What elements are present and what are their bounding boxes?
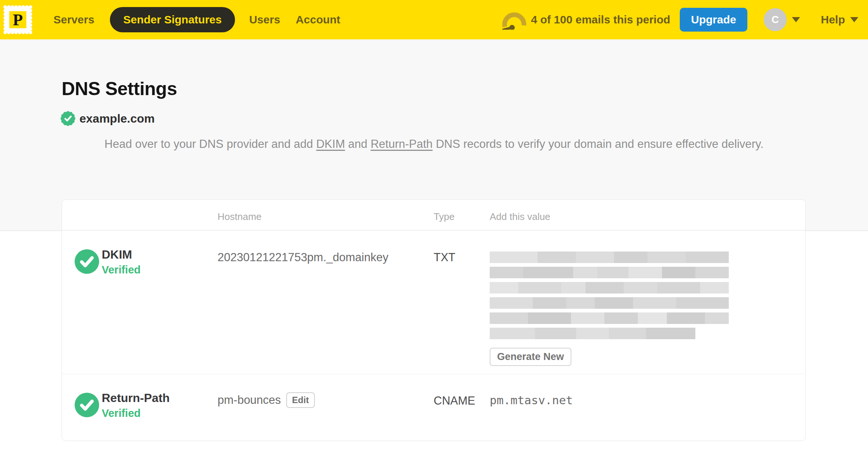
dkim-record-type: TXT (434, 251, 456, 264)
page-title: DNS Settings (62, 78, 177, 100)
intro-part3: DNS records to verify your domain and en… (433, 137, 763, 150)
verified-seal-icon (60, 111, 76, 126)
return-path-hostname-cell: pm-bounces Edit (218, 392, 315, 408)
help-menu[interactable]: Help (821, 13, 858, 26)
postmark-logo-icon[interactable]: P (3, 5, 33, 35)
nav-item-users[interactable]: Users (249, 13, 280, 26)
dns-records-card: Hostname Type Add this value DKIM Verifi… (62, 200, 806, 441)
dkim-verified-check-icon (75, 249, 99, 274)
main-content: DNS Settings example.com Head over to yo… (0, 39, 868, 454)
return-path-record-type: CNAME (434, 394, 475, 408)
redacted-line (490, 312, 729, 324)
nav-item-servers[interactable]: Servers (53, 13, 94, 26)
redacted-line (490, 297, 729, 309)
redacted-line (490, 328, 695, 339)
edit-button[interactable]: Edit (286, 392, 315, 408)
column-header-add-value: Add this value (490, 211, 550, 223)
redacted-line (490, 267, 729, 278)
return-path-link[interactable]: Return-Path (371, 137, 433, 150)
dkim-hostname: 20230121221753pm._domainkey (218, 251, 388, 264)
status-badge: Verified (102, 407, 141, 419)
generate-new-button[interactable]: Generate New (490, 348, 571, 366)
redacted-line (490, 252, 729, 263)
avatar-chevron-down-icon[interactable] (792, 17, 800, 22)
avatar[interactable]: C (764, 8, 787, 31)
intro-text: Head over to your DNS provider and add D… (62, 135, 806, 153)
dkim-link[interactable]: DKIM (316, 137, 345, 150)
record-name: Return-Path (102, 391, 170, 405)
row-divider (62, 374, 805, 374)
record-name: DKIM (102, 248, 132, 262)
usage-count-text: 4 of 100 emails this period (531, 13, 670, 26)
nav-right-group: 4 of 100 emails this period Upgrade C He… (501, 8, 858, 32)
return-path-hostname: pm-bounces (218, 393, 281, 407)
intro-part1: Head over to your DNS provider and add (104, 137, 316, 150)
help-label: Help (821, 13, 845, 26)
column-header-hostname: Hostname (218, 211, 262, 223)
intro-part2: and (345, 137, 371, 150)
nav-item-sender-signatures-active[interactable]: Sender Signatures (110, 7, 235, 32)
dkim-value-redacted-block: Generate New (490, 252, 729, 366)
logo-letter: P (13, 11, 23, 29)
column-header-type: Type (434, 211, 454, 223)
return-path-verified-check-icon (75, 393, 99, 417)
domain-name: example.com (79, 112, 155, 126)
redacted-line (490, 282, 729, 294)
table-header-row: Hostname Type Add this value (62, 200, 805, 231)
usage-gauge-icon (501, 10, 527, 30)
upgrade-button[interactable]: Upgrade (680, 8, 747, 32)
top-nav: P Servers Sender Signatures Users Accoun… (0, 0, 868, 39)
nav-item-account[interactable]: Account (296, 13, 340, 26)
status-badge: Verified (102, 264, 141, 276)
verified-domain: example.com (60, 111, 155, 126)
help-chevron-down-icon (850, 17, 858, 22)
return-path-value: pm.mtasv.net (490, 393, 573, 407)
